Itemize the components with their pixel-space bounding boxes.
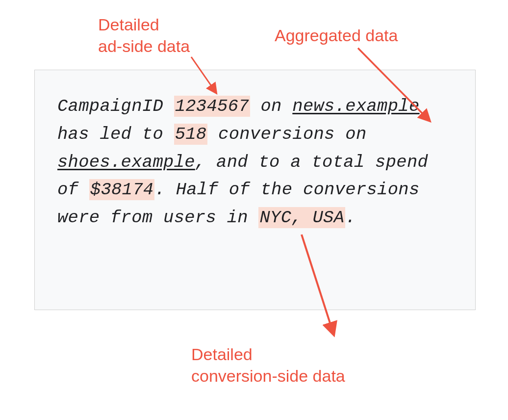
highlight-spend: $38174 [89, 179, 155, 200]
text-on: on [250, 96, 292, 116]
label-detailed-conversion-side: Detailed conversion-side data [191, 343, 345, 387]
label-line-1: Detailed [98, 15, 159, 34]
text-conversions-on: conversions on [207, 124, 366, 144]
link-shoes-domain: shoes.example [57, 152, 195, 172]
diagram-container: Detailed ad-side data Aggregated data Ca… [0, 0, 508, 420]
text-prefix-campaign: CampaignID [57, 96, 174, 116]
label-detailed-ad-side: Detailed ad-side data [98, 14, 190, 57]
label-bottom-line-2: conversion-side data [191, 367, 345, 385]
label-text: Aggregated data [275, 26, 398, 45]
content-paragraph: CampaignID 1234567 on news.example has l… [57, 93, 456, 232]
highlight-campaign-id: 1234567 [174, 96, 250, 117]
text-period: . [345, 208, 356, 228]
label-line-2: ad-side data [98, 37, 190, 55]
text-has-led: has led to [57, 124, 174, 144]
label-aggregated-data: Aggregated data [275, 25, 398, 46]
label-bottom-line-1: Detailed [191, 345, 253, 364]
content-box: CampaignID 1234567 on news.example has l… [34, 70, 476, 310]
highlight-location: NYC, USA [258, 207, 345, 228]
link-news-domain: news.example [292, 96, 419, 116]
highlight-conversions: 518 [174, 124, 208, 145]
